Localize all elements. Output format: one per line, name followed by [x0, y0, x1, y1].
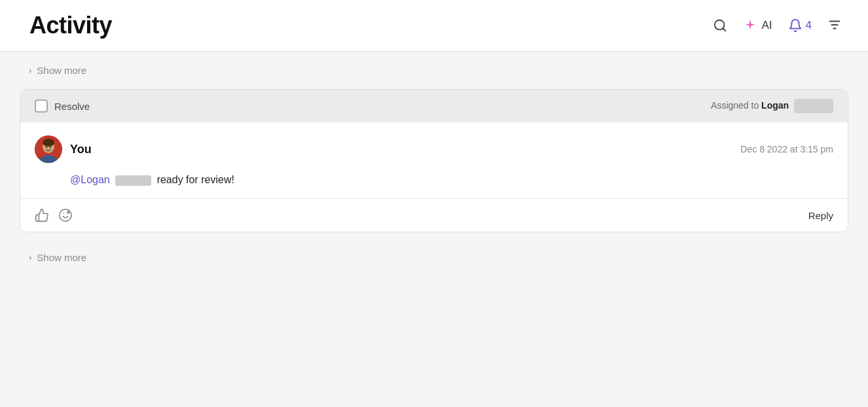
comment-user: You: [35, 135, 92, 163]
ai-label: AI: [761, 19, 772, 32]
svg-point-10: [50, 147, 51, 148]
comment-text: @Logan ready for review!: [35, 172, 833, 188]
resolve-left: Resolve: [35, 99, 90, 113]
message-rest: ready for review!: [157, 174, 234, 185]
comment-card: Resolve Assigned to Logan: [20, 89, 848, 232]
page-header: Activity AI 4: [0, 0, 868, 52]
ai-button[interactable]: AI: [743, 18, 772, 33]
comment-body: You Dec 8 2022 at 3:15 pm @Logan ready f…: [20, 122, 848, 199]
comment-header: You Dec 8 2022 at 3:15 pm: [35, 135, 833, 163]
assigned-user: Logan: [761, 100, 789, 111]
emoji-button[interactable]: [58, 208, 73, 222]
bell-icon: [788, 18, 803, 33]
resolve-label: Resolve: [54, 101, 90, 112]
filter-button[interactable]: [827, 18, 842, 34]
thumbs-up-icon: [35, 208, 49, 222]
mention[interactable]: @Logan: [70, 174, 110, 185]
sparkle-icon: [743, 18, 757, 33]
resolve-checkbox[interactable]: [35, 99, 48, 113]
filter-icon: [827, 18, 842, 32]
svg-point-9: [46, 147, 47, 148]
chevron-right-icon-bottom: ›: [29, 253, 31, 262]
timestamp: Dec 8 2022 at 3:15 pm: [740, 144, 833, 154]
avatar: [35, 135, 62, 163]
redacted-text: [115, 175, 151, 186]
comment-actions: Reply: [20, 199, 848, 232]
svg-point-11: [60, 209, 71, 221]
assigned-info: Assigned to Logan: [711, 99, 833, 113]
svg-line-1: [723, 28, 726, 31]
show-more-bottom[interactable]: › Show more: [20, 239, 848, 276]
page-title: Activity: [29, 12, 112, 39]
show-more-bottom-label: Show more: [37, 252, 86, 263]
show-more-top-label: Show more: [37, 65, 86, 76]
search-icon: [713, 18, 727, 33]
header-actions: AI 4: [713, 18, 842, 34]
emoji-add-icon: [58, 208, 73, 222]
svg-point-7: [43, 139, 54, 147]
main-content: › Show more Resolve Assigned to Logan: [0, 52, 868, 392]
assigned-text: Assigned to Logan: [711, 100, 833, 111]
search-button[interactable]: [713, 18, 727, 33]
notifications-button[interactable]: 4: [788, 18, 812, 33]
chevron-right-icon: ›: [29, 65, 31, 75]
username: You: [70, 143, 92, 156]
reply-button[interactable]: Reply: [808, 210, 833, 221]
like-button[interactable]: [35, 208, 49, 222]
reaction-buttons: [35, 208, 73, 222]
notification-count: 4: [806, 19, 812, 32]
assigned-avatar-placeholder: [794, 99, 833, 113]
show-more-top[interactable]: › Show more: [20, 52, 848, 89]
resolve-bar: Resolve Assigned to Logan: [20, 90, 848, 122]
